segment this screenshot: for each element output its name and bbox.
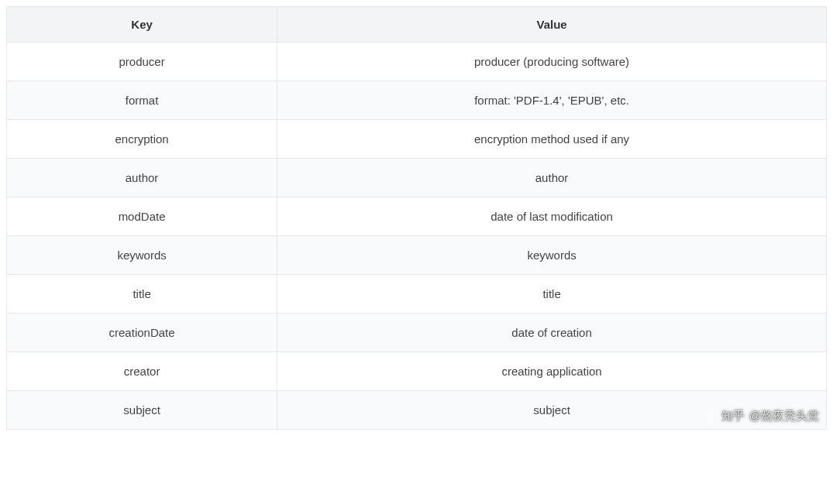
metadata-table: Key Value producer producer (producing s… — [6, 6, 827, 430]
cell-value: title — [277, 275, 827, 314]
cell-value: keywords — [277, 236, 827, 275]
cell-value: subject — [277, 391, 827, 430]
table-row: creator creating application — [7, 352, 827, 391]
cell-value: producer (producing software) — [277, 43, 827, 81]
cell-key: title — [7, 275, 277, 314]
cell-key: keywords — [7, 236, 277, 275]
cell-value: author — [277, 159, 827, 197]
cell-key: modDate — [7, 197, 277, 236]
table-row: keywords keywords — [7, 236, 827, 275]
table-row: author author — [7, 159, 827, 197]
table-row: title title — [7, 275, 827, 314]
table-row: producer producer (producing software) — [7, 43, 827, 81]
table-row: subject subject — [7, 391, 827, 430]
cell-value: format: 'PDF-1.4', 'EPUB', etc. — [277, 81, 827, 120]
table-header-row: Key Value — [7, 7, 827, 43]
table-row: creationDate date of creation — [7, 314, 827, 352]
cell-value: date of last modification — [277, 197, 827, 236]
column-header-key: Key — [7, 7, 277, 43]
cell-key: encryption — [7, 120, 277, 159]
column-header-value: Value — [277, 7, 827, 43]
table-row: modDate date of last modification — [7, 197, 827, 236]
cell-value: encryption method used if any — [277, 120, 827, 159]
table-row: format format: 'PDF-1.4', 'EPUB', etc. — [7, 81, 827, 120]
cell-value: creating application — [277, 352, 827, 391]
table-row: encryption encryption method used if any — [7, 120, 827, 159]
cell-key: creator — [7, 352, 277, 391]
cell-key: format — [7, 81, 277, 120]
cell-key: subject — [7, 391, 277, 430]
cell-key: producer — [7, 43, 277, 81]
cell-key: creationDate — [7, 314, 277, 352]
cell-value: date of creation — [277, 314, 827, 352]
cell-key: author — [7, 159, 277, 197]
